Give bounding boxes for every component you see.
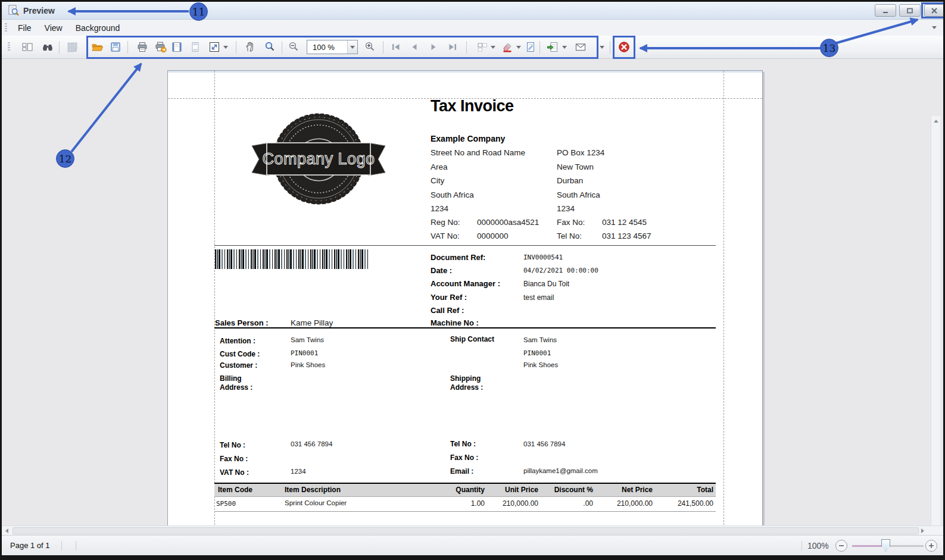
menubar-overflow-icon[interactable] [932, 26, 937, 29]
callout-13: 13 [820, 39, 838, 57]
title-bar: Preview [2, 2, 943, 20]
customer-value: Pink Shoes [291, 361, 325, 368]
billing-tel-value: 031 456 7894 [291, 440, 332, 448]
minimize-icon [882, 8, 889, 14]
divider [214, 245, 716, 246]
account-manager-label: Account Manager : [431, 279, 500, 288]
vat-no-value: 0000000 [477, 231, 509, 240]
scroll-up-icon[interactable] [934, 120, 938, 123]
status-bar: Page 1 of 1 100% [2, 535, 943, 555]
thumbnails-button-disabled[interactable] [64, 39, 80, 55]
company-street: Street No and Road Name [431, 148, 525, 157]
zoom-increase-button[interactable] [925, 540, 937, 552]
document-ref-value: INV0000541 [523, 254, 563, 261]
call-ref-label: Call Ref : [431, 306, 464, 315]
company-area: Area [431, 162, 448, 171]
horizontal-scrollbar[interactable] [2, 525, 943, 535]
zoom-slider-thumb[interactable] [881, 539, 890, 552]
row-item-description: Sprint Colour Copier [285, 499, 347, 506]
vertical-scrollbar[interactable] [931, 116, 940, 525]
preview-canvas[interactable]: Company Logo Tax Invoice Example Company… [2, 59, 943, 525]
sales-person-label: Sales Person : [215, 318, 269, 327]
shipping-tel-label: Tel No : [450, 440, 476, 448]
billing-vat-label: VAT No : [220, 468, 249, 477]
maximize-button[interactable] [899, 4, 921, 17]
col-total: Total [636, 486, 713, 494]
divider [214, 327, 716, 329]
status-separator [76, 541, 76, 550]
preview-app-icon [8, 5, 19, 16]
zoom-percentage: 100% [807, 541, 829, 550]
company-logo-text: Company Logo [262, 150, 375, 168]
horizontal-scroll-thumb[interactable] [13, 527, 919, 534]
fax-no-label: Fax No: [557, 218, 585, 227]
document-map-button[interactable] [20, 39, 35, 55]
row-total: 241,500.00 [636, 499, 713, 508]
invoice-barcode [215, 249, 369, 269]
company-pobox: PO Box 1234 [557, 148, 604, 157]
email-dropdown-icon[interactable] [600, 46, 604, 49]
exit-button-annotation-box [613, 36, 635, 59]
menu-view[interactable]: View [38, 21, 69, 35]
page-info: Page 1 of 1 [10, 541, 50, 550]
minimize-button[interactable] [875, 4, 896, 17]
shipping-tel-value: 031 456 7894 [523, 440, 565, 448]
billing-fax-label: Fax No : [220, 455, 248, 463]
scroll-right-icon[interactable] [921, 528, 924, 533]
company-postcode: 1234 [431, 204, 448, 213]
cust-code-label: Cust Code : [220, 350, 260, 358]
tel-no-label: Tel No: [557, 231, 582, 240]
shipping-address-label-2: Address : [450, 383, 483, 392]
customer-label: Customer : [220, 361, 257, 370]
divider [214, 511, 716, 512]
email-label: Email : [450, 467, 473, 475]
col-item-code: Item Code [218, 486, 252, 494]
menubar-grip[interactable] [5, 23, 7, 33]
ship-customer-value: Pink Shoes [523, 361, 558, 368]
menu-file[interactable]: File [11, 21, 38, 35]
search-binoculars-icon [42, 41, 54, 53]
toolbar-grip[interactable] [8, 42, 10, 52]
toolbar-separator [59, 41, 60, 54]
billing-tel-label: Tel No : [220, 441, 245, 449]
search-button[interactable] [40, 39, 55, 55]
window-title: Preview [23, 6, 55, 15]
ship-contact-value: Sam Twins [523, 336, 557, 343]
fax-no-value: 031 12 4545 [602, 218, 647, 227]
ship-contact-label: Ship Contact [450, 335, 494, 343]
your-ref-value: test email [523, 293, 554, 302]
attention-value: Sam Twins [291, 336, 324, 343]
attention-label: Attention : [220, 337, 255, 345]
status-separator [801, 541, 802, 550]
tel-no-value: 031 123 4567 [602, 231, 651, 240]
company-logo-badge: Company Logo [250, 110, 387, 208]
billing-vat-value: 1234 [291, 468, 306, 475]
reg-no-value: 0000000asa4521 [477, 218, 539, 227]
menu-background[interactable]: Background [69, 21, 127, 35]
plus-icon [928, 542, 935, 549]
zoom-decrease-button[interactable] [835, 540, 847, 552]
close-button-annotation-box [921, 2, 945, 18]
maximize-icon [906, 8, 913, 14]
company-name: Example Company [431, 134, 505, 143]
ship-cust-code-value: PIN0001 [523, 349, 551, 357]
date-value: 04/02/2021 00:00:00 [523, 267, 598, 274]
menu-bar: File View Background [2, 20, 943, 36]
callout-12: 12 [56, 149, 74, 168]
machine-no-label: Machine No : [431, 318, 479, 327]
invoice-title: Tax Invoice [431, 97, 514, 115]
shipping-fax-label: Fax No : [450, 453, 478, 462]
company-city2: Durban [557, 176, 583, 185]
right-margin-guide [723, 71, 724, 525]
company-country: South Africa [431, 190, 474, 199]
document-ref-label: Document Ref: [431, 253, 485, 262]
billing-address-label-1: Billing [220, 374, 242, 383]
col-item-description: Item Description [285, 486, 341, 494]
minus-icon [838, 542, 845, 549]
company-city: City [431, 176, 444, 185]
zoom-slider-track-active [852, 545, 882, 547]
company-town: New Town [557, 162, 594, 171]
left-margin-guide [214, 71, 215, 525]
scroll-left-icon[interactable] [5, 528, 8, 533]
preview-window: Preview File View Background [0, 0, 945, 560]
